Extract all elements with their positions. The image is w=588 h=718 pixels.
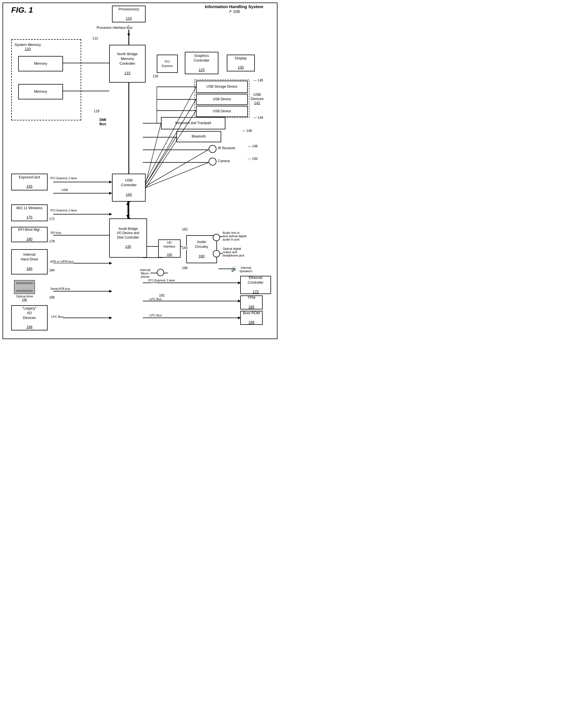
audio-line-in-label: Audio line-inand optical digitalaudio in… — [223, 231, 265, 241]
ref-144: — 144 — [253, 115, 263, 120]
efi-boot-box: EFI-Boot Mgr. 180 — [11, 227, 48, 242]
boot-rom-box: Boot ROM 196 — [240, 311, 262, 325]
ref-146: — 146 — [242, 129, 252, 133]
svg-marker-28 — [109, 192, 112, 195]
svg-marker-34 — [109, 262, 112, 265]
svg-marker-30 — [109, 213, 112, 216]
svg-line-66 — [146, 150, 209, 186]
ref-172: 172 — [49, 217, 55, 221]
ref-178: 178 — [49, 239, 55, 244]
wireless-box: 802.11 Wireless 175 — [11, 205, 48, 221]
lpc-bus-legacy-label: LPC Bus — [51, 315, 63, 318]
audio-in-circle — [213, 234, 220, 241]
svg-line-64 — [146, 123, 161, 184]
usb-storage-box: USB Storage Device — [196, 81, 248, 93]
usb-devices-label: USBDevices142 — [251, 92, 264, 105]
pci-1lane-ethernet-label: PCI Express 1-lane — [148, 279, 175, 282]
ref-188: 188 — [49, 295, 55, 299]
internal-speakers-label: InternalSpeakers — [239, 266, 252, 273]
pci-1lane-expresscard-label: PCI Express 1-lane — [50, 176, 77, 180]
ref-184: 184 — [49, 268, 55, 272]
processor-box: Processor(s) 110 — [112, 6, 146, 22]
audio-circuitry-box: AudioCircuitry 160 — [186, 235, 217, 263]
svg-marker-26 — [109, 181, 112, 184]
ref-145: — 145 — [253, 79, 263, 82]
svg-marker-70 — [126, 202, 130, 205]
ref-112: 112 — [92, 36, 98, 40]
south-bridge-box: South BridgeI/O Device andDisk Controlle… — [109, 218, 147, 258]
graphics-controller-box: GraphicsController 125 — [185, 52, 218, 74]
svg-marker-38 — [109, 316, 112, 319]
lpc-bus2-label: LPC Bus — [149, 314, 162, 317]
ir-receiver-label: IR Receiver — [218, 146, 235, 150]
optical-drive-icon-container: Optical drive 190 — [14, 280, 35, 301]
ata-bus-label: ATA or UATA bus — [50, 260, 74, 263]
bluetooth-box: Bluetooth — [176, 131, 221, 142]
optical-digital-out-label: Optical digitaloutput andheadphone jack — [223, 247, 265, 257]
pci-express-box: PCIExpress — [157, 55, 178, 73]
memory1-box: Memory — [18, 56, 63, 71]
tpm-box: TPM 195 — [240, 295, 262, 310]
ref-162: 162 — [182, 227, 188, 231]
camera-label: Camera — [218, 159, 230, 163]
ref-150: — 150 — [248, 157, 258, 161]
ref-148: — 148 — [248, 144, 258, 148]
hard-drive-box: InternalHard Drive 185 — [11, 249, 48, 274]
serial-ata-label: Serial ATA bus — [50, 287, 70, 290]
ref-119: 119 — [94, 109, 99, 113]
usb-controller-box: USBController 140 — [112, 174, 146, 202]
ref-192: 192 — [159, 294, 165, 297]
svg-line-65 — [146, 136, 176, 185]
keyboard-trackpad-box: Keyboard and Trackpad — [161, 117, 225, 129]
usb-expresscard-label: USB — [62, 188, 68, 192]
ethernet-box: EthernetController 170 — [240, 276, 271, 294]
ir-receiver-icon — [209, 145, 216, 153]
usb-device2-box: USB Device — [196, 106, 248, 117]
pci-1lane-wireless-label: PCI Express 1-lane — [50, 209, 77, 212]
fig-title: FIG. 1 — [11, 6, 33, 15]
usb-device1-box: USB Device — [196, 94, 248, 105]
camera-icon — [209, 158, 216, 166]
expresscard-box: ExpressCard 155 — [11, 174, 48, 190]
svg-line-67 — [146, 163, 209, 188]
svg-marker-69 — [126, 215, 130, 218]
system-memory-box: System Memory 120 — [11, 39, 81, 121]
internal-speakers-icon: 🔊 — [231, 266, 237, 272]
memory2-box: Memory — [18, 84, 63, 100]
diagram: FIG. 1 Information Handling System ↗ 100… — [0, 0, 280, 342]
hd-interface-box: HDInterface 158 — [158, 239, 181, 258]
system-title: Information Handling System ↗ 100 — [205, 4, 263, 14]
dmi-bus-label: DMIBus — [99, 118, 106, 126]
svg-marker-36 — [109, 290, 112, 293]
internal-mic-circle — [157, 269, 164, 276]
ref-164: 164 — [182, 246, 188, 250]
display-box: Display 130 — [227, 55, 255, 71]
lpc-bus1-label: LPC Bus — [149, 297, 162, 301]
processor-interface-bus-label: Processor Interface Bus — [97, 26, 132, 30]
legacy-io-box: "Legacy"I/ODevices 198 — [11, 305, 48, 331]
ref-166: 166 — [182, 266, 188, 270]
ref-118: 118 — [153, 74, 158, 78]
optical-out-circle — [213, 250, 220, 257]
internal-mic-label: InternalMicro-phone — [140, 268, 150, 278]
svg-marker-2 — [127, 34, 130, 36]
spi-bus-label: SPI bus — [50, 231, 61, 234]
north-bridge-box: North BridgeMemoryController 115 — [109, 45, 146, 83]
